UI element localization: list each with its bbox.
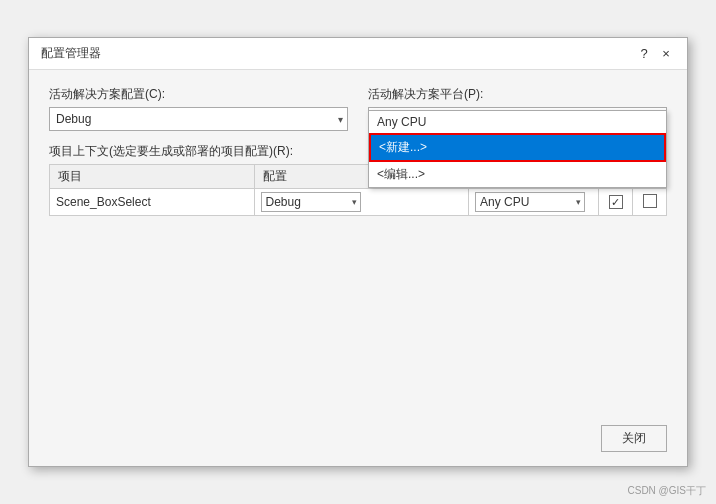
cell-deploy [599,189,633,216]
config-manager-dialog: 配置管理器 ? × 活动解决方案配置(C): Debug ▾ 活动解决方案平台(… [28,37,688,467]
active-config-arrow: ▾ [338,114,343,125]
cell-build [633,189,667,216]
config-cell-arrow: ▾ [352,197,357,207]
platform-option-any-cpu[interactable]: Any CPU [369,111,666,133]
table-row: Scene_BoxSelect Debug ▾ Any CPU ▾ [50,189,667,216]
platform-cell-value: Any CPU [480,195,529,209]
active-config-section: 活动解决方案配置(C): Debug ▾ [49,86,348,131]
platform-dropdown-popup: Any CPU <新建...> <编辑...> [368,110,667,188]
active-platform-label: 活动解决方案平台(P): [368,86,667,103]
build-checkbox[interactable] [643,194,657,208]
active-config-label: 活动解决方案配置(C): [49,86,348,103]
active-platform-section: 活动解决方案平台(P): Any CPU ▾ Any CPU <新建...> <… [368,86,667,131]
col-project: 项目 [50,165,255,189]
cell-platform: Any CPU ▾ [469,189,599,216]
close-button[interactable]: 关闭 [601,425,667,452]
title-bar: 配置管理器 ? × [29,38,687,70]
active-config-dropdown[interactable]: Debug ▾ [49,107,348,131]
platform-cell-dropdown[interactable]: Any CPU ▾ [475,192,585,212]
platform-option-new[interactable]: <新建...> [369,133,666,162]
help-button[interactable]: ? [635,45,653,63]
top-row: 活动解决方案配置(C): Debug ▾ 活动解决方案平台(P): Any CP… [49,86,667,131]
cell-project: Scene_BoxSelect [50,189,255,216]
config-cell-value: Debug [266,195,301,209]
platform-option-edit[interactable]: <编辑...> [369,162,666,187]
active-config-value: Debug [56,112,91,126]
dialog-title: 配置管理器 [41,45,101,62]
title-controls: ? × [635,45,675,63]
deploy-checkbox[interactable] [609,195,623,209]
watermark: CSDN @GIS干丁 [628,484,707,498]
dialog-footer: 关闭 [29,415,687,466]
config-cell-dropdown[interactable]: Debug ▾ [261,192,361,212]
platform-cell-arrow: ▾ [576,197,581,207]
close-title-button[interactable]: × [657,45,675,63]
cell-config: Debug ▾ [254,189,469,216]
dialog-body: 活动解决方案配置(C): Debug ▾ 活动解决方案平台(P): Any CP… [29,70,687,415]
